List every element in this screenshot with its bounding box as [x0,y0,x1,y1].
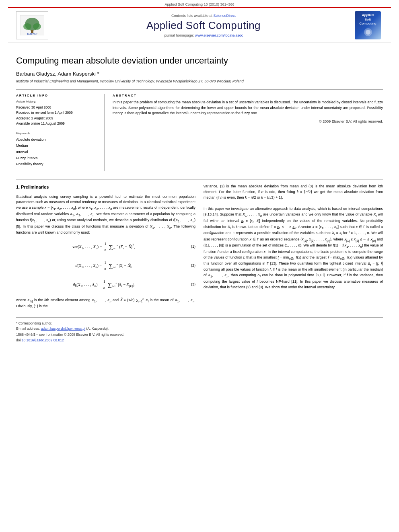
after-equations-text: where X[k] is the kth smallest element a… [16,296,195,309]
badge-line3: Computing [359,22,376,26]
email-suffix: (A. Kasperski). [86,327,109,331]
issn-text: 1568-4946/$ – see front matter © 2009 El… [16,333,124,337]
body-left: 1. Preliminaries Statistical analysis us… [16,184,195,309]
svg-point-7 [366,30,370,35]
keyword-1: Median [16,143,98,149]
body-right: variance, (2) is the mean absolute devia… [204,184,383,309]
svg-point-2 [23,23,31,30]
badge-graphic [360,27,376,37]
date-1: Received in revised form 1 April 2009 [16,110,98,116]
equation-3-block: dk(X1, . . . , Xn) = 1 n ∑i=1n |Xi − X[k… [16,277,195,292]
sciencedirect-link[interactable]: ScienceDirect [214,14,236,18]
abstract-heading: ABSTRACT [113,94,383,97]
doi-link[interactable]: 10.1016/j.asoc.2009.08.012 [22,338,64,342]
right-col-text: variance, (2) is the mean absolute devia… [204,184,383,201]
authors: Barbara Gładysz, Adam Kasperski * [16,71,383,77]
date-2: Accepted 2 August 2009 [16,116,98,121]
email-link[interactable]: adam.kasperski@pwr.wroc.pl [41,327,85,331]
article-info-heading: ARTICLE INFO [16,94,98,97]
content-area: Computing mean absolute deviation under … [0,43,399,350]
article-info-right: ABSTRACT In this paper the problem of co… [105,94,383,172]
frac-1n-eq1: 1 n [104,241,107,253]
homepage-label: journal homepage: [164,33,194,37]
keyword-2: Interval [16,149,98,155]
article-history-heading: Article history: [16,100,98,103]
keywords-section: Keywords: Absolute deviation Median Inte… [16,131,98,167]
journal-name-heading: Applied Soft Computing [52,19,355,32]
elsevier-tree-svg: ELSEVIER [20,15,44,35]
section1-title: 1. Preliminaries [16,184,195,191]
email-label: E-mail address: [16,327,40,331]
section1-intro: Statistical analysis using survey sampli… [16,194,195,236]
equation-2-content: d(X1, . . . , Xn) = 1 n ∑i=1n |Xi − X̄|, [16,260,183,272]
svg-text:ELSEVIER: ELSEVIER [27,33,37,35]
keyword-3: Fuzzy interval [16,155,98,161]
keywords-list: Absolute deviation Median Interval Fuzzy… [16,137,98,167]
equation-1-content: var(X1, . . . , Xn) = 1 n ∑i=1n (Xi − X̄… [16,241,183,253]
date-3: Available online 11 August 2009 [16,121,98,127]
asc-badge-box: Applied Soft Computing [355,11,381,39]
abstract-text: In this paper the problem of computing t… [113,100,383,117]
journal-title-center: Contents lists available at ScienceDirec… [52,14,355,37]
copyright-line: © 2009 Elsevier B.V. All rights reserved… [113,119,383,123]
sum-symbol-eq2: ∑ [109,263,113,269]
date-0: Received 30 April 2008 [16,105,98,111]
equation-3-number: (3) [183,282,195,288]
dates-block: Received 30 April 2008 Received in revis… [16,105,98,127]
contents-label: Contents lists available at [171,14,212,18]
article-info-left: ARTICLE INFO Article history: Received 3… [16,94,105,172]
keyword-4: Possibility theory [16,161,98,167]
journal-homepage: journal homepage: www.elsevier.com/locat… [52,33,355,37]
sum-symbol-eq1: ∑ [109,244,113,250]
info-section: ARTICLE INFO Article history: Received 3… [16,89,383,172]
elsevier-logo: ELSEVIER [16,11,52,39]
elsevier-logo-box: ELSEVIER [16,11,48,39]
svg-point-3 [33,23,41,30]
doi-url-line: doi:10.1016/j.asoc.2009.08.012 [16,338,383,342]
page-wrapper: Applied Soft Computing 10 (2010) 361–366… [0,0,399,350]
equation-2-number: (2) [183,263,195,269]
body-section: 1. Preliminaries Statistical analysis us… [16,179,383,309]
asc-badge: Applied Soft Computing [355,11,383,39]
frac-1n-eq2: 1 n [103,260,107,272]
article-title: Computing mean absolute deviation under … [16,55,383,67]
footnote-text: * Corresponding author. [16,321,383,326]
journal-ref-bar: Applied Soft Computing 10 (2010) 361–366 [0,0,399,7]
keyword-0: Absolute deviation [16,137,98,143]
badge-line1: Applied [362,13,374,17]
corresponding-author-label: * Corresponding author. [16,321,52,325]
journal-ref-text: Applied Soft Computing 10 (2010) 361–366 [165,2,234,6]
doi-label: doi: [16,338,22,342]
keywords-heading: Keywords: [16,131,98,135]
badge-line2: Soft [365,18,371,22]
email-line: E-mail address: adam.kasperski@pwr.wroc.… [16,326,383,331]
journal-header: ELSEVIER Contents lists available at Sci… [8,7,391,43]
contents-available: Contents lists available at ScienceDirec… [52,14,355,18]
equation-3-content: dk(X1, . . . , Xn) = 1 n ∑i=1n |Xi − X[k… [16,279,183,291]
frac-1n-eq3: 1 n [103,279,106,291]
doi-line: 1568-4946/$ – see front matter © 2009 El… [16,333,383,337]
equation-1-number: (1) [183,244,195,250]
homepage-url[interactable]: www.elsevier.com/locate/asoc [195,33,243,37]
equation-1-block: var(X1, . . . , Xn) = 1 n ∑i=1n (Xi − X̄… [16,240,195,255]
right-col-text-2: In this paper we investigate an alternat… [204,206,383,290]
sum-symbol-eq3: ∑ [108,281,112,288]
equation-2-block: d(X1, . . . , Xn) = 1 n ∑i=1n |Xi − X̄|,… [16,259,195,273]
authors-text: Barbara Gładysz, Adam Kasperski * [16,71,99,77]
footer-section: * Corresponding author. E-mail address: … [16,317,383,343]
affiliation: Institute of Industrial Engineering and … [16,79,383,83]
